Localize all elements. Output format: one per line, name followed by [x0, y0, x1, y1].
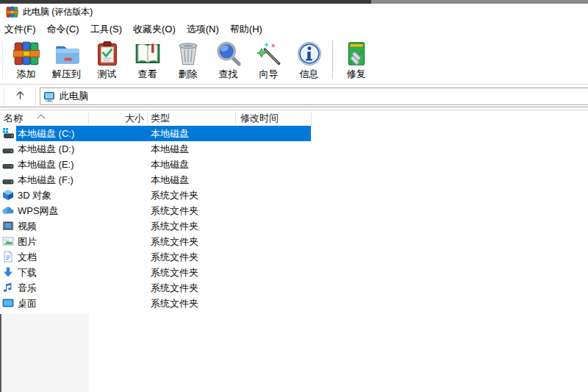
list-row-videos[interactable]: 视频系统文件夹 [0, 218, 588, 234]
toolbar-button-label: 测试 [98, 68, 117, 81]
column-headers: 名称大小类型修改时间 [0, 110, 588, 126]
toolbar-button-add[interactable]: 添加 [6, 40, 46, 81]
row-name: 文档 [18, 249, 37, 265]
toolbar-button-extract[interactable]: 解压到 [46, 40, 87, 81]
toolbar-button-label: 信息 [300, 68, 319, 81]
row-type: 系统文件夹 [151, 280, 198, 296]
row-name: 3D 对象 [18, 188, 51, 203]
pictures-icon [2, 235, 14, 247]
sort-ascending-icon [37, 110, 46, 115]
row-type: 系统文件夹 [151, 249, 198, 265]
menu-item-tools[interactable]: 工具(S) [90, 21, 122, 38]
toolbar-button-label: 向导 [259, 68, 279, 81]
videos-icon [2, 220, 14, 232]
row-name: 视频 [18, 218, 37, 234]
address-location: 此电脑 [60, 90, 88, 103]
column-separator[interactable] [147, 112, 148, 125]
toolbar-button-view[interactable]: 查看 [127, 40, 168, 81]
row-type: 系统文件夹 [151, 296, 198, 311]
toolbar-button-test[interactable]: 测试 [87, 40, 127, 81]
list-row-3d-objects[interactable]: 3D 对象系统文件夹 [0, 188, 588, 203]
addressbar-grip-left[interactable] [4, 88, 4, 104]
column-header-modified[interactable]: 修改时间 [240, 110, 279, 126]
address-input[interactable]: 此电脑 [40, 88, 588, 105]
toolbar-button-delete[interactable]: 删除 [168, 40, 208, 81]
list-row-desktop[interactable]: 桌面系统文件夹 [0, 296, 588, 311]
find-magnifier-icon [215, 40, 242, 67]
row-name: 本地磁盘 (F:) [18, 172, 74, 188]
menu-item-favorites[interactable]: 收藏夹(O) [133, 21, 176, 38]
addressbar-grip-right[interactable] [35, 88, 36, 104]
background-panel [0, 314, 89, 392]
column-separator[interactable] [88, 112, 89, 125]
list-row-drive-f[interactable]: 本地磁盘 (F:)本地磁盘 [0, 172, 588, 188]
row-type: 系统文件夹 [151, 218, 198, 234]
list-row-wps-cloud[interactable]: WPS网盘系统文件夹 [0, 203, 588, 218]
toolbar-button-repair[interactable]: 修复 [336, 40, 376, 81]
row-name: 下载 [18, 265, 37, 280]
toolbar-button-label: 解压到 [52, 68, 81, 81]
row-type: 系统文件夹 [151, 265, 198, 280]
wizard-wand-icon [256, 40, 282, 67]
row-name: 本地磁盘 (E:) [18, 157, 74, 172]
menu-item-options[interactable]: 选项(N) [187, 21, 219, 38]
system-drive-icon [2, 127, 14, 139]
documents-icon [2, 251, 14, 263]
list-row-downloads[interactable]: 下载系统文件夹 [0, 265, 588, 280]
up-button[interactable] [8, 88, 32, 105]
drive-icon [2, 143, 14, 154]
column-header-type[interactable]: 类型 [151, 110, 170, 126]
list-row-music[interactable]: 音乐系统文件夹 [0, 280, 588, 296]
toolbar-button-find[interactable]: 查找 [208, 40, 248, 81]
cube-icon [2, 189, 14, 201]
menu-bar: 文件(F)命令(C)工具(S)收藏夹(O)选项(N)帮助(H) [0, 21, 588, 38]
toolbar-separator [332, 40, 333, 79]
toolbar-button-info[interactable]: 信息 [289, 40, 329, 81]
info-icon [296, 40, 323, 67]
toolbar-grip[interactable] [2, 42, 3, 80]
up-arrow-icon [15, 90, 26, 103]
toolbar-button-label: 修复 [347, 68, 366, 81]
row-type: 本地磁盘 [151, 126, 189, 141]
row-type: 系统文件夹 [151, 203, 198, 218]
extract-folder-icon [54, 40, 80, 67]
toolbar-button-label: 查看 [138, 68, 157, 81]
row-name: 本地磁盘 (D:) [18, 141, 74, 157]
toolbar: 添加解压到测试查看删除查找向导信息修复 [0, 38, 588, 85]
music-note-icon [2, 282, 14, 293]
row-name: 图片 [18, 234, 37, 249]
row-type: 本地磁盘 [151, 157, 189, 172]
row-name: WPS网盘 [18, 203, 59, 218]
menu-item-commands[interactable]: 命令(C) [47, 21, 79, 38]
row-name: 音乐 [18, 280, 37, 296]
downloads-icon [2, 266, 14, 278]
window-title: 此电脑 (评估版本) [23, 6, 93, 18]
winrar-logo-icon [6, 6, 18, 18]
column-separator[interactable] [235, 112, 236, 125]
winrar-archive-icon [13, 40, 40, 67]
list-row-drive-e[interactable]: 本地磁盘 (E:)本地磁盘 [0, 157, 588, 172]
column-header-size[interactable]: 大小 [88, 110, 144, 126]
list-row-pictures[interactable]: 图片系统文件夹 [0, 234, 588, 249]
title-bar: 此电脑 (评估版本) [0, 4, 588, 21]
file-list: 本地磁盘 (C:)本地磁盘本地磁盘 (D:)本地磁盘本地磁盘 (E:)本地磁盘本… [0, 126, 588, 311]
winrar-window: 此电脑 (评估版本) 文件(F)命令(C)工具(S)收藏夹(O)选项(N)帮助(… [0, 0, 588, 392]
row-type: 系统文件夹 [151, 234, 198, 249]
column-header-name[interactable]: 名称 [4, 110, 23, 126]
list-row-drive-c[interactable]: 本地磁盘 (C:)本地磁盘 [0, 126, 588, 141]
row-name: 桌面 [18, 296, 37, 311]
row-name: 本地磁盘 (C:) [18, 126, 74, 141]
view-book-icon [135, 40, 161, 67]
column-separator[interactable] [311, 112, 312, 125]
menu-item-help[interactable]: 帮助(H) [230, 21, 262, 38]
menu-item-file[interactable]: 文件(F) [4, 21, 36, 38]
test-clipboard-icon [94, 40, 121, 67]
row-type: 本地磁盘 [151, 172, 189, 188]
list-row-documents[interactable]: 文档系统文件夹 [0, 249, 588, 265]
list-row-drive-d[interactable]: 本地磁盘 (D:)本地磁盘 [0, 141, 588, 157]
toolbar-button-wizard[interactable]: 向导 [248, 40, 289, 81]
toolbar-button-label: 查找 [219, 68, 238, 81]
toolbar-button-label: 添加 [17, 68, 36, 81]
address-bar: 此电脑 [0, 85, 588, 107]
delete-trash-icon [175, 40, 201, 67]
